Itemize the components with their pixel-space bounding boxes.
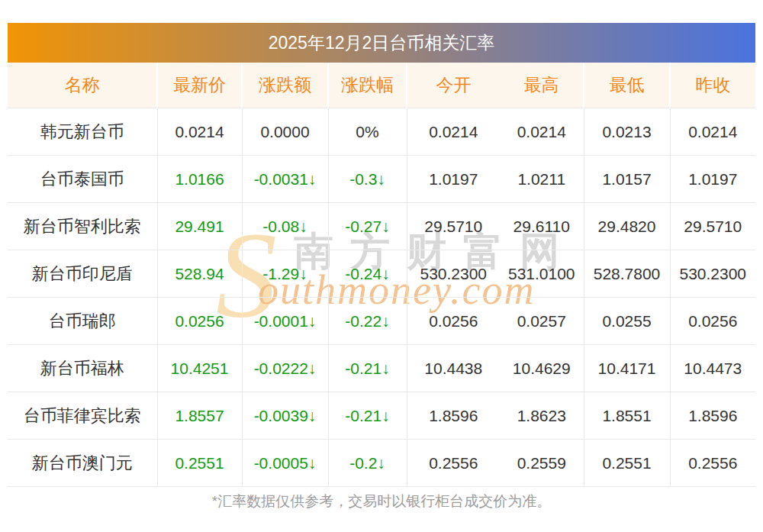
cell-name: 台币泰国币 (8, 156, 157, 203)
cell-latest: 0.2551 (157, 440, 242, 487)
cell-prev_close: 0.0214 (670, 108, 755, 156)
cell-open: 1.0197 (407, 156, 500, 203)
cell-prev_close: 0.2556 (670, 440, 755, 487)
cell-change: -0.0222↓ (242, 345, 328, 392)
column-header-name: 名称 (8, 63, 157, 108)
cell-low: 10.4171 (584, 345, 670, 392)
exchange-rate-table: 名称最新价涨跌额涨跌幅今开最高最低昨收 韩元新台币0.02140.00000%0… (8, 63, 755, 487)
cell-prev_close: 0.0256 (670, 298, 755, 345)
footer-note: *汇率数据仅供参考，交易时以银行柜台成交价为准。 (0, 492, 763, 511)
cell-change_pct: -0.24↓ (328, 250, 407, 298)
cell-change: -0.08↓ (242, 203, 328, 250)
cell-name: 新台币福林 (8, 345, 157, 392)
column-header-high: 最高 (500, 63, 584, 108)
column-header-prev_close: 昨收 (670, 63, 755, 108)
cell-name: 新台币澳门元 (8, 440, 157, 487)
cell-high: 0.2559 (500, 440, 584, 487)
cell-open: 0.0256 (407, 298, 500, 345)
table-header-row: 名称最新价涨跌额涨跌幅今开最高最低昨收 (8, 63, 755, 108)
cell-latest: 528.94 (157, 250, 242, 298)
cell-open: 1.8596 (407, 392, 500, 440)
cell-change: -0.0031↓ (242, 156, 328, 203)
cell-latest: 0.0214 (157, 108, 242, 156)
table-row: 台币泰国币1.0166-0.0031↓-0.3↓1.01971.02111.01… (8, 156, 755, 203)
cell-change_pct: 0% (328, 108, 407, 156)
exchange-rate-board: 2025年12月2日台币相关汇率 名称最新价涨跌额涨跌幅今开最高最低昨收 韩元新… (8, 23, 755, 487)
cell-prev_close: 10.4473 (670, 345, 755, 392)
cell-change_pct: -0.22↓ (328, 298, 407, 345)
cell-high: 10.4629 (500, 345, 584, 392)
cell-open: 29.5710 (407, 203, 500, 250)
cell-low: 1.0157 (584, 156, 670, 203)
column-header-low: 最低 (584, 63, 670, 108)
column-header-open: 今开 (407, 63, 500, 108)
cell-name: 新台币智利比索 (8, 203, 157, 250)
cell-name: 新台币印尼盾 (8, 250, 157, 298)
table-body: 韩元新台币0.02140.00000%0.02140.02140.02130.0… (8, 108, 755, 487)
cell-low: 0.2551 (584, 440, 670, 487)
cell-high: 531.0100 (500, 250, 584, 298)
cell-change: -1.29↓ (242, 250, 328, 298)
cell-change_pct: -0.21↓ (328, 392, 407, 440)
cell-change: -0.0001↓ (242, 298, 328, 345)
cell-low: 528.7800 (584, 250, 670, 298)
cell-change: -0.0039↓ (242, 392, 328, 440)
cell-open: 10.4438 (407, 345, 500, 392)
table-row: 新台币印尼盾528.94-1.29↓-0.24↓530.2300531.0100… (8, 250, 755, 298)
cell-change: -0.0005↓ (242, 440, 328, 487)
column-header-latest: 最新价 (157, 63, 242, 108)
cell-low: 0.0255 (584, 298, 670, 345)
cell-open: 0.0214 (407, 108, 500, 156)
page-title: 2025年12月2日台币相关汇率 (269, 31, 495, 55)
cell-latest: 29.491 (157, 203, 242, 250)
cell-name: 台币菲律宾比索 (8, 392, 157, 440)
table-row: 新台币福林10.4251-0.0222↓-0.21↓10.443810.4629… (8, 345, 755, 392)
cell-change_pct: -0.27↓ (328, 203, 407, 250)
cell-latest: 1.0166 (157, 156, 242, 203)
cell-prev_close: 29.5710 (670, 203, 755, 250)
cell-name: 台币瑞郎 (8, 298, 157, 345)
cell-change: 0.0000 (242, 108, 328, 156)
cell-change_pct: -0.21↓ (328, 345, 407, 392)
cell-high: 1.8623 (500, 392, 584, 440)
cell-low: 29.4820 (584, 203, 670, 250)
cell-high: 0.0214 (500, 108, 584, 156)
cell-high: 0.0257 (500, 298, 584, 345)
cell-latest: 1.8557 (157, 392, 242, 440)
cell-low: 0.0213 (584, 108, 670, 156)
cell-latest: 10.4251 (157, 345, 242, 392)
cell-change_pct: -0.3↓ (328, 156, 407, 203)
cell-high: 29.6110 (500, 203, 584, 250)
cell-open: 530.2300 (407, 250, 500, 298)
table-row: 新台币澳门元0.2551-0.0005↓-0.2↓0.25560.25590.2… (8, 440, 755, 487)
cell-low: 1.8551 (584, 392, 670, 440)
cell-latest: 0.0256 (157, 298, 242, 345)
column-header-change_pct: 涨跌幅 (328, 63, 407, 108)
cell-change_pct: -0.2↓ (328, 440, 407, 487)
cell-prev_close: 530.2300 (670, 250, 755, 298)
table-row: 台币菲律宾比索1.8557-0.0039↓-0.21↓1.85961.86231… (8, 392, 755, 440)
cell-prev_close: 1.0197 (670, 156, 755, 203)
cell-name: 韩元新台币 (8, 108, 157, 156)
cell-open: 0.2556 (407, 440, 500, 487)
table-row: 台币瑞郎0.0256-0.0001↓-0.22↓0.02560.02570.02… (8, 298, 755, 345)
cell-prev_close: 1.8596 (670, 392, 755, 440)
column-header-change: 涨跌额 (242, 63, 328, 108)
table-row: 新台币智利比索29.491-0.08↓-0.27↓29.571029.61102… (8, 203, 755, 250)
cell-high: 1.0211 (500, 156, 584, 203)
table-row: 韩元新台币0.02140.00000%0.02140.02140.02130.0… (8, 108, 755, 156)
title-bar: 2025年12月2日台币相关汇率 (8, 23, 755, 63)
